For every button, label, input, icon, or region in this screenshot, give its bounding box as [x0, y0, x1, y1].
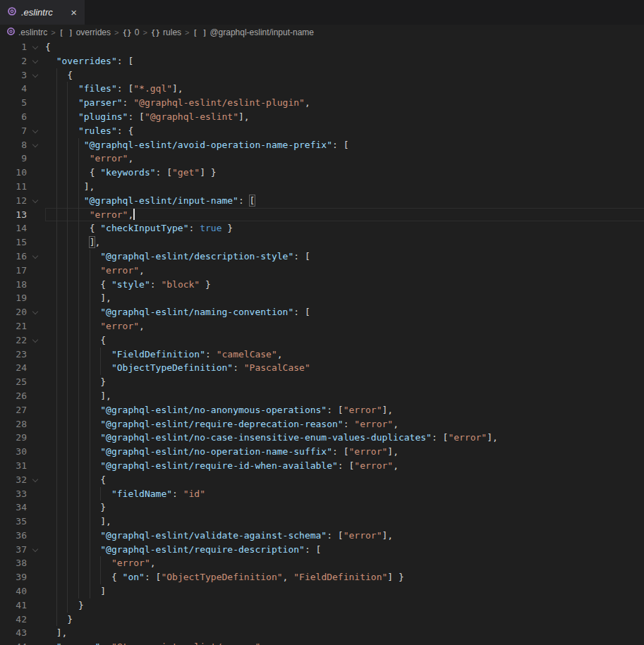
code-line[interactable]: 1{	[0, 40, 644, 54]
line-number[interactable]: 6	[0, 110, 27, 124]
line-number[interactable]: 29	[0, 431, 27, 445]
line-number[interactable]: 35	[0, 515, 27, 529]
code-line[interactable]: 10{ "keywords": ["get"] }	[0, 166, 644, 180]
line-number[interactable]: 25	[0, 375, 27, 389]
code-text[interactable]: {	[45, 68, 644, 82]
code-text[interactable]: "error",	[45, 208, 644, 222]
code-editor[interactable]: 1{2"overrides": [3{4"files": ["*.gql"],5…	[0, 40, 644, 645]
code-text[interactable]: "files": ["*.gql"],	[45, 82, 644, 96]
code-text[interactable]: "@graphql-eslint/no-case-insensitive-enu…	[45, 431, 644, 445]
line-number[interactable]: 43	[0, 626, 27, 640]
code-line[interactable]: 14{ "checkInputType": true }	[0, 221, 644, 235]
code-line[interactable]: 6"plugins": ["@graphql-eslint"],	[0, 110, 644, 124]
code-line[interactable]: 3{	[0, 68, 644, 82]
code-text[interactable]: "@graphql-eslint/input-name": [	[45, 194, 644, 208]
code-line[interactable]: 36"@graphql-eslint/validate-against-sche…	[0, 529, 644, 543]
fold-chevron-icon[interactable]	[27, 305, 45, 319]
code-text[interactable]: "ObjectTypeDefinition": "PascalCase"	[45, 361, 644, 375]
code-text[interactable]: "@graphql-eslint/require-description": [	[45, 543, 644, 557]
code-text[interactable]: ],	[45, 291, 644, 305]
line-number[interactable]: 30	[0, 445, 27, 459]
code-text[interactable]: "@graphql-eslint/naming-convention": [	[45, 305, 644, 319]
fold-chevron-icon[interactable]	[27, 250, 45, 264]
line-number[interactable]: 12	[0, 194, 27, 208]
code-line[interactable]: 42}	[0, 613, 644, 627]
code-line[interactable]: 35],	[0, 515, 644, 529]
fold-chevron-icon[interactable]	[27, 333, 45, 348]
code-text[interactable]: {	[45, 40, 644, 54]
code-text[interactable]: "parser": "@graphql-eslint/eslint-plugin…	[45, 96, 644, 110]
line-number[interactable]: 8	[0, 138, 27, 152]
code-text[interactable]: ],	[45, 626, 644, 640]
tab-eslintrc[interactable]: .eslintrc ×	[0, 0, 85, 25]
code-line[interactable]: 32{	[0, 473, 644, 487]
code-text[interactable]: { "keywords": ["get"] }	[45, 166, 644, 180]
breadcrumb-item-file[interactable]: .eslintrc	[6, 27, 47, 38]
line-number[interactable]: 26	[0, 389, 27, 403]
line-number[interactable]: 41	[0, 598, 27, 613]
code-line[interactable]: 39{ "on": ["ObjectTypeDefinition", "Fiel…	[0, 570, 644, 584]
code-text[interactable]: { "on": ["ObjectTypeDefinition", "FieldD…	[45, 570, 644, 584]
line-number[interactable]: 21	[0, 319, 27, 333]
code-line[interactable]: 18{ "style": "block" }	[0, 278, 644, 292]
code-text[interactable]: ],	[45, 235, 644, 250]
code-text[interactable]: "@graphql-eslint/validate-against-schema…	[45, 529, 644, 543]
breadcrumb-item-input-name[interactable]: [ ] @graphql-eslint/input-name	[193, 27, 314, 37]
breadcrumb-item-rules[interactable]: {} rules	[151, 27, 181, 37]
line-number[interactable]: 1	[0, 40, 27, 54]
code-line[interactable]: 16"@graphql-eslint/description-style": [	[0, 250, 644, 264]
line-number[interactable]: 42	[0, 613, 27, 627]
line-number[interactable]: 3	[0, 68, 27, 82]
code-text[interactable]: "error",	[45, 556, 644, 570]
code-line[interactable]: 8"@graphql-eslint/avoid-operation-name-p…	[0, 138, 644, 152]
code-line[interactable]: 15],	[0, 235, 644, 250]
line-number[interactable]: 7	[0, 124, 27, 138]
code-text[interactable]: ],	[45, 389, 644, 403]
code-line[interactable]: 22{	[0, 333, 644, 348]
code-text[interactable]: }	[45, 375, 644, 389]
code-text[interactable]: }	[45, 613, 644, 627]
fold-chevron-icon[interactable]	[27, 124, 45, 138]
code-line[interactable]: 21"error",	[0, 319, 644, 333]
line-number[interactable]: 4	[0, 82, 27, 96]
close-icon[interactable]: ×	[69, 6, 78, 18]
code-line[interactable]: 12"@graphql-eslint/input-name": [	[0, 194, 644, 208]
line-number[interactable]: 28	[0, 417, 27, 431]
code-line[interactable]: 34}	[0, 500, 644, 515]
code-line[interactable]: 38"error",	[0, 556, 644, 570]
code-text[interactable]: ],	[45, 515, 644, 529]
code-line[interactable]: 11],	[0, 180, 644, 194]
code-text[interactable]: "@graphql-eslint/require-id-when-availab…	[45, 459, 644, 473]
code-text[interactable]: {	[45, 473, 644, 487]
code-line[interactable]: 40]	[0, 584, 644, 598]
code-text[interactable]: "plugins": ["@graphql-eslint"],	[45, 110, 644, 124]
code-line[interactable]: 25}	[0, 375, 644, 389]
line-number[interactable]: 39	[0, 570, 27, 584]
line-number[interactable]: 15	[0, 235, 27, 250]
fold-chevron-icon[interactable]	[27, 473, 45, 487]
code-line[interactable]: 43],	[0, 626, 644, 640]
code-line[interactable]: 4"files": ["*.gql"],	[0, 82, 644, 96]
code-line[interactable]: 2"overrides": [	[0, 54, 644, 68]
code-text[interactable]: "@graphql-eslint/no-anonymous-operations…	[45, 403, 644, 417]
line-number[interactable]: 10	[0, 166, 27, 180]
line-number[interactable]: 9	[0, 152, 27, 166]
line-number[interactable]: 22	[0, 333, 27, 348]
code-line[interactable]: 24"ObjectTypeDefinition": "PascalCase"	[0, 361, 644, 375]
code-line[interactable]: 17"error",	[0, 264, 644, 278]
code-line[interactable]: 41}	[0, 598, 644, 613]
line-number[interactable]: 44	[0, 640, 27, 645]
code-line[interactable]: 33"fieldName": "id"	[0, 487, 644, 501]
line-number[interactable]: 33	[0, 487, 27, 501]
fold-chevron-icon[interactable]	[27, 138, 45, 152]
fold-chevron-icon[interactable]	[27, 54, 45, 68]
code-line[interactable]: 19],	[0, 291, 644, 305]
line-number[interactable]: 38	[0, 556, 27, 570]
code-text[interactable]: }	[45, 598, 644, 613]
code-line[interactable]: 27"@graphql-eslint/no-anonymous-operatio…	[0, 403, 644, 417]
code-text[interactable]: "parser": "@typescript-eslint/parser"	[45, 640, 644, 645]
line-number[interactable]: 5	[0, 96, 27, 110]
code-line[interactable]: 5"parser": "@graphql-eslint/eslint-plugi…	[0, 96, 644, 110]
code-text[interactable]: "@graphql-eslint/description-style": [	[45, 250, 644, 264]
line-number[interactable]: 31	[0, 459, 27, 473]
